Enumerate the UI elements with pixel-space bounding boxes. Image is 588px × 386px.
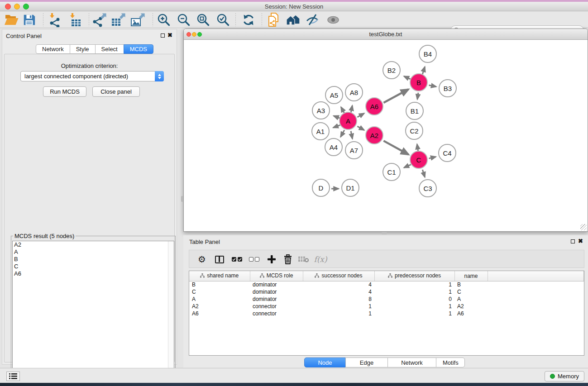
tab-motifs[interactable]: Motifs — [436, 357, 465, 367]
tab-select[interactable]: Select — [95, 44, 124, 54]
network-zoom-button[interactable] — [197, 32, 202, 37]
graph-node-D1[interactable]: D1 — [341, 179, 359, 197]
table-cell[interactable]: A6 — [454, 310, 488, 317]
network-close-button[interactable] — [186, 32, 191, 37]
export-image-button[interactable] — [129, 12, 146, 27]
hide-selected-button[interactable] — [304, 12, 321, 27]
open-file-button[interactable] — [3, 12, 20, 27]
table-cell[interactable]: 1 — [374, 310, 454, 317]
graph-node-C1[interactable]: C1 — [382, 163, 401, 181]
memory-button[interactable]: Memory — [545, 371, 584, 381]
first-neighbors-button[interactable] — [285, 12, 302, 27]
table-cell[interactable]: 8 — [303, 295, 374, 303]
table-cell[interactable]: C — [189, 288, 250, 295]
graph-node-A1[interactable]: A1 — [311, 122, 330, 140]
tab-style[interactable]: Style — [70, 44, 96, 54]
column-header-name[interactable]: name — [454, 271, 488, 281]
table-cell[interactable]: 4 — [303, 281, 374, 288]
create-column-button[interactable] — [264, 252, 279, 267]
network-horizontal-scrollbar-thumb[interactable] — [382, 232, 387, 234]
network-minimize-button[interactable] — [192, 32, 196, 37]
table-cell[interactable]: 1 — [374, 303, 454, 310]
close-window-button[interactable] — [5, 4, 11, 10]
graph-node-D[interactable]: D — [312, 179, 330, 197]
tab-edge-table[interactable]: Edge Table — [345, 357, 388, 367]
zoom-out-button[interactable] — [175, 12, 192, 27]
graph-node-B2[interactable]: B2 — [382, 61, 401, 79]
zoom-selected-button[interactable] — [214, 12, 231, 27]
float-table-panel-icon[interactable] — [571, 239, 575, 243]
table-cell[interactable]: connector — [250, 303, 303, 310]
delete-table-button[interactable] — [296, 252, 311, 267]
graph-node-A[interactable]: A — [339, 112, 357, 130]
graph-node-A8[interactable]: A8 — [345, 83, 363, 101]
tab-network[interactable]: Network — [36, 44, 70, 54]
table-cell[interactable]: A — [189, 295, 250, 303]
table-cell[interactable]: dominator — [250, 295, 303, 303]
tab-mcds[interactable]: MCDS — [124, 44, 153, 54]
network-canvas[interactable]: B4B2BB3A8A5A6A3B1AA1C2A2A4A7C4CC1C3DD1 — [184, 40, 588, 231]
show-all-button[interactable] — [325, 12, 342, 27]
graph-node-A5[interactable]: A5 — [325, 86, 343, 104]
graph-node-A7[interactable]: A7 — [345, 141, 363, 159]
show-column-button[interactable] — [212, 252, 227, 267]
graph-node-B4[interactable]: B4 — [419, 45, 437, 63]
graph-node-A6[interactable]: A6 — [365, 97, 383, 115]
import-network-button[interactable] — [46, 12, 63, 27]
table-cell[interactable]: A2 — [189, 303, 250, 310]
zoom-window-button[interactable] — [23, 4, 29, 10]
optimization-criterion-dropdown[interactable]: largest connected component (directed) — [20, 71, 164, 81]
table-cell[interactable]: B — [189, 281, 250, 288]
graph-node-A2[interactable]: A2 — [365, 126, 383, 144]
graph-node-C3[interactable]: C3 — [419, 179, 437, 197]
tab-node-table[interactable]: Node Table — [304, 357, 346, 367]
minimize-window-button[interactable] — [14, 4, 20, 10]
table-cell[interactable]: 4 — [303, 288, 374, 295]
refresh-layout-button[interactable] — [240, 12, 257, 27]
table-cell[interactable]: A2 — [454, 303, 488, 310]
result-list-scrollbar[interactable] — [168, 241, 174, 384]
zoom-in-button[interactable] — [155, 12, 172, 27]
table-cell[interactable]: A — [454, 295, 488, 303]
export-table-button[interactable] — [110, 12, 127, 27]
tab-network-table[interactable]: Network Table — [387, 357, 436, 367]
float-panel-icon[interactable] — [161, 33, 165, 38]
column-header-mcds-role[interactable]: MCDS role — [250, 271, 303, 281]
table-cell[interactable]: 0 — [374, 295, 454, 303]
duplicate-network-button[interactable] — [265, 12, 282, 27]
table-cell[interactable]: dominator — [250, 288, 303, 295]
close-panel-icon[interactable]: ✖ — [167, 32, 172, 39]
import-table-button[interactable] — [67, 12, 84, 27]
graph-node-B1[interactable]: B1 — [406, 102, 424, 120]
close-panel-button[interactable]: Close panel — [92, 86, 140, 97]
graph-node-C4[interactable]: C4 — [438, 144, 456, 162]
graph-node-A3[interactable]: A3 — [312, 101, 330, 119]
table-cell[interactable]: 1 — [374, 281, 454, 288]
network-vertical-scrollbar-thumb[interactable] — [181, 196, 183, 202]
table-settings-button[interactable]: ⚙ — [194, 252, 210, 267]
column-header-predecessor-nodes[interactable]: predecessor nodes — [374, 271, 454, 281]
deselect-all-button[interactable] — [246, 252, 262, 267]
table-cell[interactable]: B — [454, 281, 488, 288]
delete-column-button[interactable] — [280, 252, 296, 267]
export-network-button[interactable] — [91, 12, 108, 27]
run-mcds-button[interactable]: Run MCDS — [43, 86, 86, 97]
select-all-button[interactable] — [229, 252, 244, 267]
graph-node-B3[interactable]: B3 — [439, 79, 457, 97]
table-cell[interactable]: A6 — [189, 310, 250, 317]
column-header-shared-name[interactable]: shared name — [189, 271, 250, 281]
table-cell[interactable]: 1 — [374, 288, 454, 295]
table-cell[interactable]: 1 — [303, 303, 374, 310]
graph-node-A4[interactable]: A4 — [325, 138, 343, 156]
zoom-fit-button[interactable] — [194, 12, 211, 27]
table-cell[interactable]: connector — [250, 310, 303, 317]
graph-node-C[interactable]: C — [410, 151, 428, 169]
table-cell[interactable]: 1 — [303, 310, 374, 317]
table-cell[interactable]: dominator — [250, 281, 303, 288]
task-history-button[interactable] — [6, 372, 20, 381]
graph-node-C2[interactable]: C2 — [405, 122, 423, 140]
table-cell[interactable]: C — [454, 288, 488, 295]
close-table-panel-icon[interactable]: ✖ — [578, 238, 583, 245]
graph-node-B[interactable]: B — [410, 73, 428, 91]
function-builder-button[interactable]: f(x) — [313, 252, 328, 267]
